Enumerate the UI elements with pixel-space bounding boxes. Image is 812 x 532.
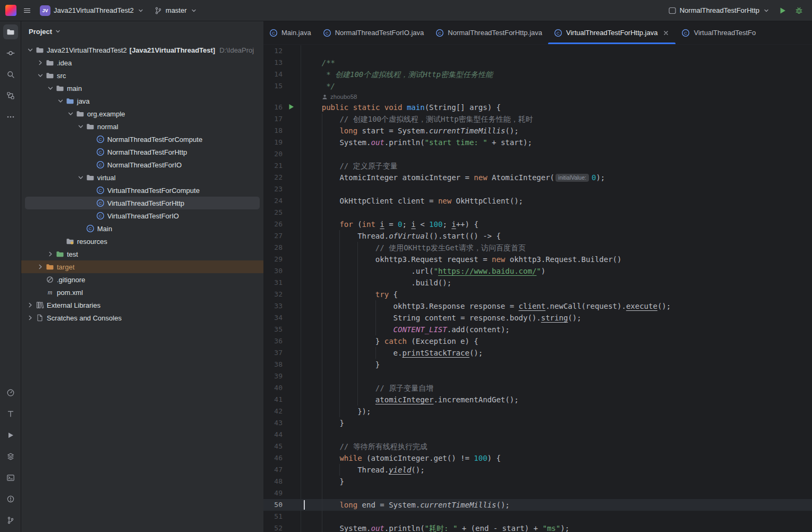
project-widget[interactable]: JV Java21VirtualThreadTest2 [36,3,149,19]
code-line-16[interactable]: 16 public static void main(String[] args… [263,102,812,113]
toolwindow-terminal-button[interactable] [3,470,18,485]
code-line-24[interactable]: 24 OkHttpClient client = new OkHttpClien… [263,195,812,207]
tab-normalthreadtestforio-java[interactable]: CNormalThreadTestForIO.java [317,21,430,44]
tree-item-virtualthreadtestforio[interactable]: CVirtualThreadTestForIO [25,209,260,222]
tree-item-scratches-and-consoles[interactable]: Scratches and Consoles [25,311,260,324]
tree-item-normalthreadtestforio[interactable]: CNormalThreadTestForIO [25,158,260,171]
toolwindow-commit-button[interactable] [3,46,18,61]
code-line-46[interactable]: 46 while (atomicInteger.get() != 100) { [263,452,812,464]
tab-virtualthreadtestforhttp-java[interactable]: CVirtualThreadTestForHttp.java [548,21,676,44]
gutter[interactable]: 45 [263,441,304,452]
gutter[interactable]: 33 [263,300,304,312]
gutter[interactable]: 43 [263,417,304,429]
toolwindow-find-button[interactable] [3,67,18,82]
code-line-37[interactable]: 37 e.printStackTrace(); [263,347,812,359]
chevron-down-icon[interactable] [54,28,62,35]
tree-item-java[interactable]: java [25,95,260,107]
gutter[interactable]: 12 [263,45,304,57]
tree-item-org-example[interactable]: org.example [25,107,260,120]
gutter[interactable]: 42 [263,406,304,417]
chevron-right-icon[interactable] [25,301,35,310]
vcs-branch-widget[interactable]: master [150,3,202,19]
tree-item-normal[interactable]: normal [25,120,260,133]
code-line-42[interactable]: 42 }); [263,406,812,417]
toolwindow-problems-button[interactable] [3,492,18,506]
code-line-14[interactable]: 14 * 创建100个虚拟线程，测试Http密集型任务性能 [263,69,812,80]
toolwindow-more-button[interactable] [3,109,18,124]
tree-item-test[interactable]: test [25,248,260,260]
gutter[interactable]: 20 [263,148,304,160]
toolwindow-project-button[interactable] [3,24,18,39]
tree-item-main[interactable]: CMain [25,222,260,235]
gutter[interactable]: 26 [263,218,304,230]
code-line-13[interactable]: 13 /** [263,57,812,69]
gutter[interactable]: 28 [263,242,304,254]
code-line-32[interactable]: 32 try { [263,289,812,300]
tree-item-external-libraries[interactable]: External Libraries [25,299,260,311]
gutter[interactable]: 25 [263,207,304,218]
tree-item-idea[interactable]: .idea [25,56,260,69]
gutter[interactable]: 13 [263,57,304,69]
tree-item-resources[interactable]: resources [25,235,260,248]
chevron-down-icon[interactable] [66,109,75,119]
toolwindow-structure-button[interactable] [3,88,18,103]
gutter[interactable]: 36 [263,335,304,347]
run-button[interactable] [775,3,790,19]
run-gutter-icon[interactable] [288,103,294,112]
code-line-50[interactable]: 50 long end = System.currentTimeMillis()… [263,499,812,511]
code-line-31[interactable]: 31 .build(); [263,277,812,289]
code-line-45[interactable]: 45 // 等待所有线程执行完成 [263,441,812,452]
gutter[interactable]: 22 [263,172,304,183]
tree-item-java21virtualthreadtest2[interactable]: Java21VirtualThreadTest2[Java21VirtualTh… [25,44,260,56]
gutter[interactable]: 17 [263,113,304,125]
close-icon[interactable] [662,29,670,37]
gutter[interactable]: 30 [263,265,304,277]
code-line-52[interactable]: 52 System.out.println("耗时: " + (end - st… [263,522,812,532]
code-line-25[interactable]: 25 [263,207,812,218]
tree-item-target[interactable]: target [21,260,263,273]
blame-annotation[interactable]: zhoubo58 [263,92,812,102]
gutter[interactable]: 48 [263,476,304,487]
gutter[interactable]: 44 [263,429,304,441]
gutter[interactable]: 21 [263,160,304,172]
gutter[interactable]: 51 [263,511,304,522]
toolwindow-translate-button[interactable] [3,407,18,421]
tree-item-virtual[interactable]: virtual [25,171,260,184]
code-line-20[interactable]: 20 [263,148,812,160]
tree-item-main[interactable]: main [25,82,260,95]
code-line-39[interactable]: 39 [263,370,812,382]
code-line-38[interactable]: 38 } [263,359,812,370]
code-line-28[interactable]: 28 // 使用OKHttp发生Get请求，访问百度首页 [263,242,812,254]
code-line-22[interactable]: 22 AtomicInteger atomicInteger = new Ato… [263,172,812,183]
tab-virtualthreadtestfo[interactable]: CVirtualThreadTestFo [676,21,762,44]
code-line-23[interactable]: 23 [263,183,812,195]
intellij-logo[interactable] [5,5,16,16]
code-line-34[interactable]: 34 String content = response.body().stri… [263,312,812,324]
code-line-40[interactable]: 40 // 原子变量自增 [263,382,812,394]
code-line-47[interactable]: 47 Thread.yield(); [263,464,812,476]
code-line-35[interactable]: 35 CONTENT_LIST.add(content); [263,324,812,335]
code-line-21[interactable]: 21 // 定义原子变量 [263,160,812,172]
tab-normalthreadtestforhttp-java[interactable]: CNormalThreadTestForHttp.java [430,21,548,44]
code-line-15[interactable]: 15 */ [263,80,812,92]
gutter[interactable]: 34 [263,312,304,324]
gutter[interactable]: 14 [263,69,304,80]
code-line-33[interactable]: 33 okhttp3.Response response = client.ne… [263,300,812,312]
code-line-48[interactable]: 48 } [263,476,812,487]
main-menu-button[interactable] [20,3,35,19]
tree-item-normalthreadtestforcompute[interactable]: CNormalThreadTestForCompute [25,133,260,146]
toolwindow-services-button[interactable] [3,449,18,464]
tree-item-src[interactable]: src [25,69,260,82]
run-configuration-widget[interactable]: NormalThreadTestForHttp [664,3,774,19]
gutter[interactable]: 35 [263,324,304,335]
tree-item-pom-xml[interactable]: mpom.xml [25,286,260,299]
gutter[interactable]: 27 [263,230,304,242]
chevron-right-icon[interactable] [46,250,55,259]
code-line-26[interactable]: 26 for (int i = 0; i < 100; i++) { [263,218,812,230]
chevron-down-icon[interactable] [56,97,65,106]
gutter[interactable]: 49 [263,487,304,499]
chevron-right-icon[interactable] [25,314,35,323]
gutter[interactable]: 46 [263,452,304,464]
gutter[interactable]: 52 [263,522,304,532]
gutter[interactable]: 47 [263,464,304,476]
